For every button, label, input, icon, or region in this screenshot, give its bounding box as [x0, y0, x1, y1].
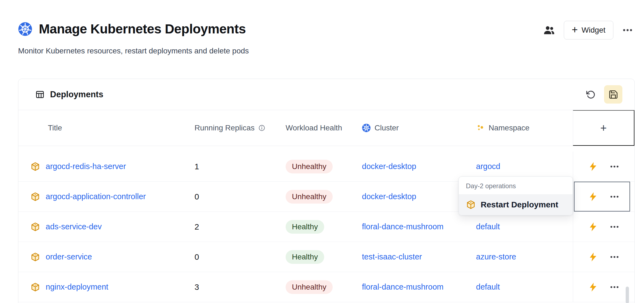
table-row: ads-service-dev 2 Healthy floral-dance-m…	[18, 212, 634, 242]
add-column-button[interactable]: +	[573, 110, 634, 146]
cluster-link[interactable]: docker-desktop	[362, 162, 416, 171]
quick-restart-button[interactable]	[586, 220, 600, 234]
column-header-cluster-label: Cluster	[375, 124, 399, 132]
page-subtitle: Monitor Kubernetes resources, restart de…	[18, 47, 249, 55]
page-title: Manage Kubernetes Deployments	[39, 21, 246, 36]
namespace-link[interactable]: azure-store	[476, 252, 516, 261]
health-badge: Unhealthy	[286, 280, 333, 294]
panel-header: Deployments	[18, 79, 634, 110]
column-header-namespace-label: Namespace	[489, 124, 529, 132]
column-header-title-label: Title	[48, 124, 62, 132]
column-header-health: Workload Health	[286, 124, 362, 132]
add-widget-label: Widget	[582, 26, 605, 35]
plus-icon: +	[572, 24, 578, 35]
row-more-button[interactable]	[607, 159, 622, 174]
row-more-button[interactable]	[607, 220, 622, 234]
deployment-title-link[interactable]: nginx-deployment	[46, 282, 108, 291]
header-actions: + Widget	[543, 21, 633, 39]
health-badge: Unhealthy	[286, 190, 333, 204]
namespace-link[interactable]: default	[476, 222, 500, 231]
quick-restart-button[interactable]	[586, 250, 600, 264]
deployment-cube-icon	[30, 282, 40, 292]
info-icon[interactable]	[258, 124, 265, 132]
page: Manage Kubernetes Deployments Monitor Ku…	[0, 0, 644, 303]
row-more-icon	[610, 162, 619, 171]
column-header-cluster: Cluster	[362, 124, 476, 132]
save-icon	[608, 90, 618, 99]
replicas-value: 0	[195, 192, 286, 201]
lightning-icon	[588, 191, 598, 202]
lightning-icon	[588, 282, 598, 292]
row-more-icon	[610, 252, 619, 262]
lightning-icon	[588, 252, 598, 262]
column-header-replicas-label: Running Replicas	[195, 124, 254, 132]
health-badge: Healthy	[286, 220, 324, 234]
namespace-link[interactable]: argocd	[476, 162, 500, 171]
day2-operations-menu: Day-2 operations Restart Deployment	[459, 176, 573, 215]
lightning-icon	[588, 222, 598, 232]
deployment-title-link[interactable]: order-service	[46, 252, 92, 261]
kubernetes-cluster-icon	[362, 124, 371, 132]
cluster-link[interactable]: floral-dance-mushroom	[362, 222, 443, 231]
column-header-namespace: Namespace	[476, 124, 573, 132]
undo-button[interactable]	[585, 89, 596, 100]
deployment-title-link[interactable]: argocd-application-controller	[46, 192, 146, 201]
namespace-icon	[476, 124, 485, 132]
share-people-button[interactable]	[543, 24, 555, 36]
cluster-link[interactable]: test-isaac-cluster	[362, 252, 422, 261]
column-header-replicas: Running Replicas	[195, 124, 286, 132]
deployment-title-link[interactable]: argocd-redis-ha-server	[46, 162, 126, 171]
people-icon	[543, 24, 555, 36]
health-badge: Unhealthy	[286, 160, 333, 173]
row-more-icon	[610, 282, 619, 292]
row-more-icon	[610, 192, 619, 202]
deployment-cube-icon	[30, 252, 40, 262]
row-more-button[interactable]	[607, 250, 622, 264]
table-row: order-service 0 Healthy test-isaac-clust…	[18, 242, 634, 272]
column-header-title: Title	[18, 124, 195, 132]
panel-title: Deployments	[50, 90, 103, 99]
kubernetes-logo-icon	[18, 22, 32, 36]
add-widget-button[interactable]: + Widget	[564, 21, 613, 39]
save-button[interactable]	[604, 85, 622, 104]
quick-restart-button[interactable]	[586, 280, 600, 294]
quick-restart-button[interactable]	[586, 159, 600, 174]
table-body: argocd-redis-ha-server 1 Unhealthy docke…	[18, 146, 634, 302]
deployment-cube-icon	[30, 222, 40, 232]
column-header-health-label: Workload Health	[286, 124, 342, 132]
table-icon	[35, 90, 45, 99]
page-header: Manage Kubernetes Deployments	[18, 21, 246, 36]
replicas-value: 2	[195, 222, 286, 231]
deployment-title-link[interactable]: ads-service-dev	[46, 222, 102, 231]
row-more-button[interactable]	[607, 280, 622, 294]
health-badge: Healthy	[286, 250, 324, 264]
table-row: nginx-deployment 3 Unhealthy floral-danc…	[18, 272, 634, 302]
vertical-scrollbar-thumb[interactable]	[626, 287, 629, 303]
menu-item-label: Restart Deployment	[481, 200, 558, 209]
replicas-value: 3	[195, 282, 286, 292]
replicas-value: 1	[195, 162, 286, 171]
page-more-button[interactable]	[622, 25, 633, 36]
cluster-link[interactable]: floral-dance-mushroom	[362, 282, 443, 291]
table-header-row: Title Running Replicas Workload Health C…	[18, 110, 634, 146]
undo-icon	[585, 89, 596, 100]
replicas-value: 0	[195, 252, 286, 262]
selected-cell-outline	[574, 182, 630, 211]
deployment-cube-icon	[466, 200, 476, 210]
row-more-button[interactable]	[607, 190, 622, 204]
more-icon	[622, 25, 633, 36]
deployment-cube-icon	[30, 162, 40, 171]
quick-restart-button[interactable]	[586, 190, 600, 204]
deployment-cube-icon	[30, 192, 40, 202]
menu-item-restart-deployment[interactable]: Restart Deployment	[459, 194, 573, 215]
menu-group-label: Day-2 operations	[459, 182, 573, 194]
namespace-link[interactable]: default	[476, 282, 500, 291]
row-more-icon	[610, 222, 619, 232]
add-column-plus-icon: +	[600, 122, 607, 134]
cluster-link[interactable]: docker-desktop	[362, 192, 416, 201]
lightning-icon	[588, 161, 598, 172]
